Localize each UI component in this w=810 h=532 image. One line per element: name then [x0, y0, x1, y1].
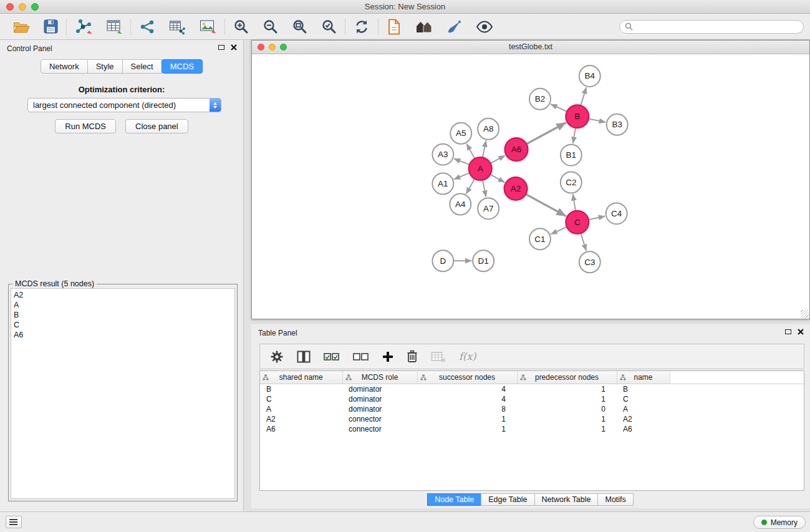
network-edge[interactable]	[573, 128, 576, 143]
network-node[interactable]: B4	[579, 65, 600, 87]
deselect-all-button[interactable]	[353, 352, 369, 362]
network-window-titlebar[interactable]: testGlobe.txt	[252, 41, 809, 54]
network-minimize-button[interactable]	[269, 44, 276, 51]
function-builder-button[interactable]: f(x)	[459, 351, 476, 362]
search-input[interactable]	[636, 22, 798, 32]
zoom-window-button[interactable]	[31, 3, 39, 11]
network-edge[interactable]	[581, 87, 586, 105]
add-column-button[interactable]	[382, 351, 393, 362]
float-panel-button[interactable]	[218, 45, 224, 50]
close-panel-button[interactable]: Close panel	[125, 119, 188, 133]
column-header[interactable]: shared name	[260, 371, 342, 384]
zoom-out-button[interactable]	[263, 19, 278, 34]
network-edge[interactable]	[526, 194, 566, 216]
network-node[interactable]: B	[566, 105, 589, 128]
network-node[interactable]: A2	[504, 177, 528, 200]
tab-node-table[interactable]: Node Table	[427, 493, 481, 506]
network-node[interactable]: A5	[450, 123, 471, 144]
tab-style[interactable]: Style	[87, 59, 123, 74]
tab-mcds[interactable]: MCDS	[162, 59, 203, 74]
close-panel-icon[interactable]	[231, 44, 237, 51]
table-row[interactable]: A6connector11A6	[260, 424, 804, 434]
new-network-button[interactable]	[139, 19, 155, 34]
column-header[interactable]: predecessor nodes	[517, 371, 617, 384]
select-all-button[interactable]	[324, 352, 340, 362]
network-node[interactable]: A6	[505, 138, 528, 161]
table-row[interactable]: A2connector11A2	[260, 414, 804, 424]
network-edge[interactable]	[551, 104, 567, 112]
first-neighbors-button[interactable]	[415, 19, 433, 34]
zoom-in-button[interactable]	[233, 19, 249, 34]
network-node[interactable]: A1	[432, 173, 453, 195]
import-table-button[interactable]	[106, 19, 122, 34]
network-close-button[interactable]	[258, 44, 264, 51]
network-node[interactable]: D1	[473, 250, 494, 271]
network-node[interactable]: B1	[561, 145, 582, 166]
close-window-button[interactable]	[6, 3, 14, 11]
network-node[interactable]: A3	[432, 144, 453, 165]
network-node[interactable]: C1	[529, 228, 551, 249]
table-row[interactable]: Cdominator41C	[260, 394, 804, 404]
network-zoom-button[interactable]	[280, 44, 287, 51]
network-edge[interactable]	[454, 173, 470, 179]
tab-select[interactable]: Select	[122, 59, 162, 74]
zoom-selected-button[interactable]	[321, 19, 337, 34]
network-edge[interactable]	[466, 179, 475, 194]
delete-column-button[interactable]	[407, 350, 418, 363]
panel-list-button[interactable]	[6, 516, 22, 528]
mcds-result-list[interactable]: A2ABCA6	[11, 288, 235, 499]
optimization-criterion-select[interactable]: largest connected component (directed)	[27, 98, 221, 112]
resize-grip[interactable]	[801, 310, 809, 318]
snapshot-button[interactable]	[387, 19, 402, 35]
network-edge[interactable]	[581, 233, 586, 251]
network-edge[interactable]	[551, 227, 567, 235]
network-node[interactable]: C3	[579, 251, 600, 273]
run-mcds-button[interactable]: Run MCDS	[55, 119, 116, 133]
network-node[interactable]: B2	[529, 89, 551, 110]
close-table-panel-icon[interactable]	[798, 329, 804, 335]
tab-edge-table[interactable]: Edge Table	[481, 493, 534, 506]
show-columns-button[interactable]	[297, 351, 311, 363]
open-file-button[interactable]	[13, 19, 30, 34]
network-edge[interactable]	[589, 118, 605, 122]
network-node[interactable]: D	[432, 250, 453, 271]
network-node[interactable]: A4	[450, 193, 471, 215]
delete-table-button[interactable]	[431, 351, 446, 362]
tab-motifs[interactable]: Motifs	[597, 493, 633, 506]
network-edge[interactable]	[466, 143, 475, 158]
memory-button[interactable]: Memory	[753, 516, 806, 529]
network-edge[interactable]	[589, 216, 605, 220]
network-node[interactable]: C4	[606, 203, 627, 224]
column-header[interactable]: MCDS role	[342, 371, 417, 384]
network-edge[interactable]	[573, 194, 576, 211]
network-edge[interactable]	[483, 140, 486, 157]
tab-network-table[interactable]: Network Table	[534, 493, 599, 506]
float-table-panel-button[interactable]	[785, 329, 791, 334]
network-node[interactable]: C2	[561, 172, 582, 193]
network-edge[interactable]	[454, 158, 470, 165]
new-table-button[interactable]	[169, 19, 186, 35]
network-edge[interactable]	[490, 155, 505, 163]
column-header[interactable]: name	[617, 371, 670, 384]
network-node[interactable]: A7	[478, 198, 499, 219]
network-edge[interactable]	[526, 122, 566, 143]
column-header[interactable]: successor nodes	[417, 371, 517, 384]
table-row[interactable]: Bdominator41B	[260, 384, 804, 395]
annotation-button[interactable]	[446, 19, 462, 34]
network-node[interactable]: C	[566, 211, 589, 234]
table-settings-button[interactable]	[270, 350, 284, 364]
export-image-button[interactable]	[200, 19, 216, 34]
network-node[interactable]: A8	[478, 118, 499, 140]
import-network-button[interactable]	[75, 19, 92, 34]
show-hide-button[interactable]	[476, 21, 493, 33]
zoom-fit-button[interactable]	[292, 19, 307, 34]
network-edge[interactable]	[483, 180, 486, 197]
minimize-window-button[interactable]	[19, 3, 26, 11]
network-edge[interactable]	[490, 175, 504, 183]
refresh-button[interactable]	[354, 19, 370, 34]
tab-network[interactable]: Network	[41, 59, 88, 74]
save-session-button[interactable]	[44, 19, 58, 34]
network-node[interactable]: A	[469, 157, 492, 180]
network-node[interactable]: B3	[607, 114, 628, 135]
network-canvas[interactable]: B4B2BB3A5A8A6B1A3AC2A1A2A4A7C4CC1C3DD1	[252, 54, 809, 319]
